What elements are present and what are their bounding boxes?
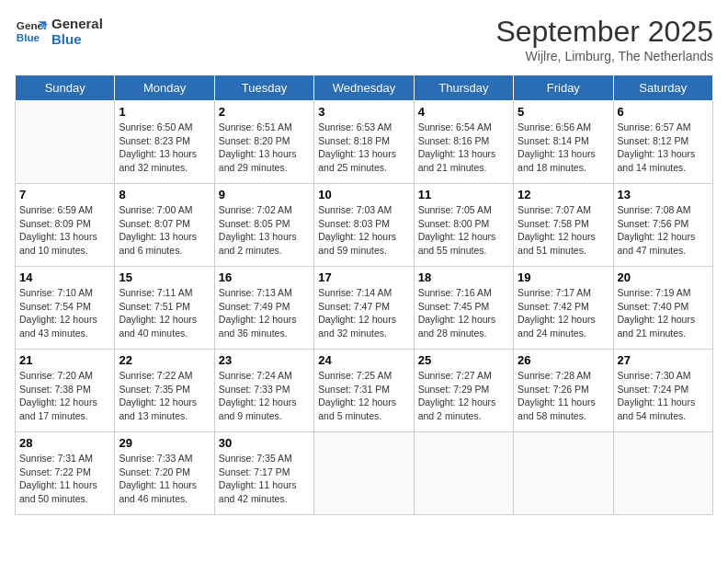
svg-text:Blue: Blue	[17, 31, 40, 43]
day-number: 19	[518, 270, 609, 284]
day-number: 15	[119, 270, 210, 284]
day-number: 28	[19, 436, 110, 450]
logo-line1: General	[51, 16, 103, 31]
calendar-cell: 13Sunrise: 7:08 AM Sunset: 7:56 PM Dayli…	[613, 184, 712, 267]
calendar-cell: 5Sunrise: 6:56 AM Sunset: 8:14 PM Daylig…	[514, 101, 613, 184]
day-number: 10	[318, 188, 409, 201]
day-info: Sunrise: 7:22 AM Sunset: 7:35 PM Dayligh…	[119, 369, 210, 423]
month-title: September 2025	[495, 15, 713, 49]
day-number: 29	[119, 436, 210, 450]
day-info: Sunrise: 7:05 AM Sunset: 8:00 PM Dayligh…	[418, 203, 509, 258]
day-info: Sunrise: 6:50 AM Sunset: 8:23 PM Dayligh…	[119, 121, 210, 175]
day-number: 14	[19, 270, 110, 284]
logo: General Blue General Blue	[15, 15, 103, 48]
day-number: 9	[219, 188, 310, 201]
logo-icon: General Blue	[15, 15, 48, 48]
calendar-cell: 17Sunrise: 7:14 AM Sunset: 7:47 PM Dayli…	[314, 267, 414, 350]
calendar-cell: 11Sunrise: 7:05 AM Sunset: 8:00 PM Dayli…	[414, 184, 513, 267]
day-number: 27	[618, 353, 709, 367]
day-number: 24	[318, 353, 409, 367]
day-info: Sunrise: 7:13 AM Sunset: 7:49 PM Dayligh…	[219, 286, 310, 340]
day-number: 16	[219, 270, 310, 284]
calendar-cell: 8Sunrise: 7:00 AM Sunset: 8:07 PM Daylig…	[115, 184, 214, 267]
day-number: 30	[219, 436, 310, 450]
day-info: Sunrise: 7:25 AM Sunset: 7:31 PM Dayligh…	[318, 369, 409, 423]
day-number: 22	[119, 353, 210, 367]
week-row-2: 7Sunrise: 6:59 AM Sunset: 8:09 PM Daylig…	[16, 184, 713, 267]
title-block: September 2025 Wijlre, Limburg, The Neth…	[495, 15, 713, 63]
day-info: Sunrise: 7:35 AM Sunset: 7:17 PM Dayligh…	[219, 452, 310, 506]
day-number: 6	[618, 105, 709, 119]
col-header-sunday: Sunday	[16, 75, 115, 101]
day-number: 4	[418, 105, 509, 119]
day-number: 1	[119, 105, 210, 119]
calendar-cell: 3Sunrise: 6:53 AM Sunset: 8:18 PM Daylig…	[314, 101, 414, 184]
day-number: 21	[19, 353, 110, 367]
day-info: Sunrise: 7:30 AM Sunset: 7:24 PM Dayligh…	[618, 369, 709, 423]
day-info: Sunrise: 7:31 AM Sunset: 7:22 PM Dayligh…	[19, 452, 110, 506]
day-info: Sunrise: 7:27 AM Sunset: 7:29 PM Dayligh…	[418, 369, 509, 423]
calendar-cell: 24Sunrise: 7:25 AM Sunset: 7:31 PM Dayli…	[314, 350, 414, 432]
calendar-cell: 7Sunrise: 6:59 AM Sunset: 8:09 PM Daylig…	[16, 184, 115, 267]
calendar-cell: 10Sunrise: 7:03 AM Sunset: 8:03 PM Dayli…	[314, 184, 414, 267]
day-number: 18	[418, 270, 509, 284]
day-number: 7	[19, 188, 110, 201]
day-info: Sunrise: 7:00 AM Sunset: 8:07 PM Dayligh…	[119, 203, 210, 258]
calendar-cell: 20Sunrise: 7:19 AM Sunset: 7:40 PM Dayli…	[613, 267, 712, 350]
day-number: 26	[518, 353, 609, 367]
calendar-cell: 1Sunrise: 6:50 AM Sunset: 8:23 PM Daylig…	[115, 101, 214, 184]
col-header-friday: Friday	[514, 75, 613, 101]
calendar-cell: 2Sunrise: 6:51 AM Sunset: 8:20 PM Daylig…	[214, 101, 313, 184]
col-header-saturday: Saturday	[613, 75, 712, 101]
calendar-cell: 26Sunrise: 7:28 AM Sunset: 7:26 PM Dayli…	[514, 350, 613, 432]
calendar-cell: 25Sunrise: 7:27 AM Sunset: 7:29 PM Dayli…	[414, 350, 513, 432]
day-info: Sunrise: 6:57 AM Sunset: 8:12 PM Dayligh…	[618, 121, 709, 175]
calendar-cell: 27Sunrise: 7:30 AM Sunset: 7:24 PM Dayli…	[613, 350, 712, 432]
day-info: Sunrise: 7:07 AM Sunset: 7:58 PM Dayligh…	[518, 203, 609, 258]
day-info: Sunrise: 7:11 AM Sunset: 7:51 PM Dayligh…	[119, 286, 210, 340]
week-row-4: 21Sunrise: 7:20 AM Sunset: 7:38 PM Dayli…	[16, 350, 713, 432]
col-header-wednesday: Wednesday	[314, 75, 414, 101]
calendar-cell: 23Sunrise: 7:24 AM Sunset: 7:33 PM Dayli…	[214, 350, 313, 432]
calendar-cell: 19Sunrise: 7:17 AM Sunset: 7:42 PM Dayli…	[514, 267, 613, 350]
calendar-cell: 21Sunrise: 7:20 AM Sunset: 7:38 PM Dayli…	[16, 350, 115, 432]
calendar-cell	[16, 101, 115, 184]
day-info: Sunrise: 7:02 AM Sunset: 8:05 PM Dayligh…	[219, 203, 310, 258]
day-info: Sunrise: 7:14 AM Sunset: 7:47 PM Dayligh…	[318, 286, 409, 340]
calendar-cell: 28Sunrise: 7:31 AM Sunset: 7:22 PM Dayli…	[16, 432, 115, 515]
week-row-5: 28Sunrise: 7:31 AM Sunset: 7:22 PM Dayli…	[16, 432, 713, 515]
day-number: 20	[618, 270, 709, 284]
calendar-cell	[514, 432, 613, 515]
day-number: 8	[119, 188, 210, 201]
calendar-table: SundayMondayTuesdayWednesdayThursdayFrid…	[15, 75, 713, 515]
calendar-cell	[314, 432, 414, 515]
day-number: 5	[518, 105, 609, 119]
day-info: Sunrise: 7:33 AM Sunset: 7:20 PM Dayligh…	[119, 452, 210, 506]
calendar-cell: 29Sunrise: 7:33 AM Sunset: 7:20 PM Dayli…	[115, 432, 214, 515]
day-number: 11	[418, 188, 509, 201]
day-number: 23	[219, 353, 310, 367]
day-info: Sunrise: 7:19 AM Sunset: 7:40 PM Dayligh…	[618, 286, 709, 340]
day-info: Sunrise: 6:53 AM Sunset: 8:18 PM Dayligh…	[318, 121, 409, 175]
col-header-tuesday: Tuesday	[214, 75, 313, 101]
day-number: 13	[618, 188, 709, 201]
calendar-cell: 4Sunrise: 6:54 AM Sunset: 8:16 PM Daylig…	[414, 101, 513, 184]
logo-line2: Blue	[51, 31, 103, 47]
day-number: 25	[418, 353, 509, 367]
day-info: Sunrise: 7:20 AM Sunset: 7:38 PM Dayligh…	[19, 369, 110, 423]
calendar-cell: 15Sunrise: 7:11 AM Sunset: 7:51 PM Dayli…	[115, 267, 214, 350]
day-number: 12	[518, 188, 609, 201]
header-row: SundayMondayTuesdayWednesdayThursdayFrid…	[16, 75, 713, 101]
day-info: Sunrise: 7:08 AM Sunset: 7:56 PM Dayligh…	[618, 203, 709, 258]
location-subtitle: Wijlre, Limburg, The Netherlands	[495, 49, 713, 63]
calendar-cell: 18Sunrise: 7:16 AM Sunset: 7:45 PM Dayli…	[414, 267, 513, 350]
calendar-cell	[414, 432, 513, 515]
calendar-cell: 22Sunrise: 7:22 AM Sunset: 7:35 PM Dayli…	[115, 350, 214, 432]
week-row-1: 1Sunrise: 6:50 AM Sunset: 8:23 PM Daylig…	[16, 101, 713, 184]
day-number: 17	[318, 270, 409, 284]
day-info: Sunrise: 7:16 AM Sunset: 7:45 PM Dayligh…	[418, 286, 509, 340]
week-row-3: 14Sunrise: 7:10 AM Sunset: 7:54 PM Dayli…	[16, 267, 713, 350]
calendar-cell: 16Sunrise: 7:13 AM Sunset: 7:49 PM Dayli…	[214, 267, 313, 350]
calendar-cell: 12Sunrise: 7:07 AM Sunset: 7:58 PM Dayli…	[514, 184, 613, 267]
calendar-cell: 14Sunrise: 7:10 AM Sunset: 7:54 PM Dayli…	[16, 267, 115, 350]
